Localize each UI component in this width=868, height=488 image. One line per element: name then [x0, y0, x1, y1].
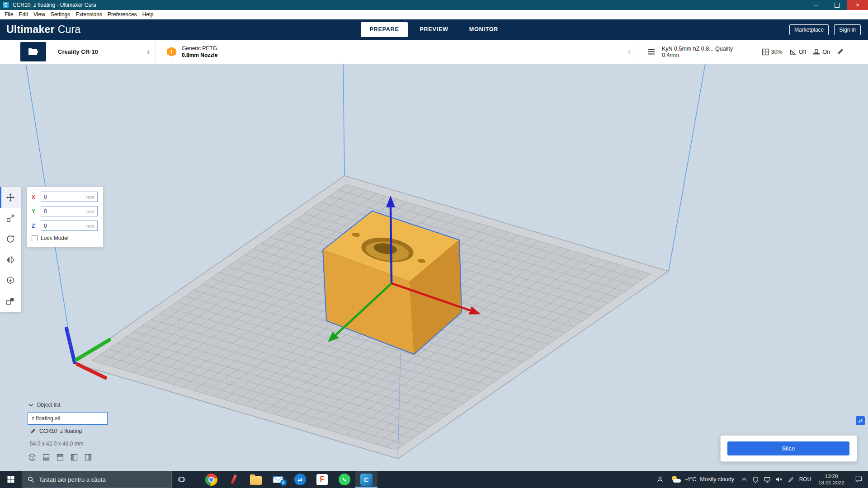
marketplace-button[interactable]: Marketplace [789, 24, 829, 35]
weather-widget[interactable]: -4°C Mostly cloudy [667, 471, 739, 488]
teamviewer-icon: ⇄ [294, 474, 306, 485]
file-explorer-icon [250, 476, 262, 485]
infill-value: 30% [771, 49, 783, 55]
scale-tool-button[interactable] [0, 208, 21, 229]
move-tool-button[interactable] [0, 187, 21, 208]
windows-taskbar: Tastați aici pentru a căuta 6 ⇄ [0, 471, 868, 488]
menu-edit[interactable]: Edit [16, 11, 31, 18]
sign-in-button[interactable]: Sign in [834, 24, 861, 35]
mail-icon: 6 [273, 475, 283, 484]
menu-bar: File Edit View Settings Extensions Prefe… [0, 10, 868, 19]
hidden-icons-button[interactable] [739, 471, 750, 488]
open-file-button[interactable] [20, 42, 46, 61]
y-axis-label: Y [32, 208, 37, 215]
tab-prepare[interactable]: PREPARE [361, 22, 408, 37]
lock-model-label: Lock Model [41, 235, 68, 241]
system-tray: -4°C Mostly cloudy [653, 471, 868, 488]
y-unit-label: mm [86, 209, 94, 214]
language-indicator[interactable]: ROU [797, 471, 814, 488]
clock-time: 13:28 [825, 473, 838, 479]
people-button[interactable] [653, 471, 667, 488]
material-selector[interactable]: ! Generic PETG 0.8mm Nozzle ‹ [155, 40, 638, 64]
start-button[interactable] [0, 471, 22, 488]
viewport-3d[interactable]: X 0 mm Y 0 mm Z 0 mm [0, 64, 868, 471]
chrome-icon [205, 474, 217, 486]
gizmo-z-handle[interactable] [391, 206, 392, 283]
object-list-item[interactable]: z floating.stl [28, 412, 108, 425]
stage-tabs: PREPARE PREVIEW MONITOR [361, 22, 507, 37]
y-position-input[interactable]: 0 mm [41, 206, 98, 216]
chevron-down-icon [28, 404, 33, 407]
action-center-button[interactable] [849, 471, 868, 488]
tab-preview[interactable]: PREVIEW [410, 22, 458, 37]
infill-icon [762, 48, 769, 56]
whatsapp-icon [339, 474, 350, 485]
view-front-button[interactable] [41, 452, 51, 462]
cura-app-icon: C [3, 2, 9, 8]
y-position-value: 0 [44, 208, 47, 215]
support-blocker-icon [5, 296, 15, 306]
printer-selector[interactable]: Creality CR-10 ‹ [46, 40, 155, 64]
view-left-button[interactable] [69, 452, 79, 462]
edit-settings-button[interactable] [837, 48, 844, 55]
pen-tray-button[interactable] [785, 471, 797, 488]
close-icon: × [856, 1, 859, 9]
logo-ultimaker: Ultimaker [6, 23, 55, 36]
red-pen-icon [230, 474, 236, 485]
view-top-icon [56, 453, 64, 461]
network-tray-button[interactable] [761, 471, 773, 488]
menu-view[interactable]: View [31, 11, 48, 18]
slice-button[interactable]: Slice [727, 441, 849, 455]
f-app-taskbar-button[interactable]: F [311, 471, 333, 488]
minimize-button[interactable] [806, 0, 826, 10]
mail-unread-badge: 6 [280, 479, 287, 486]
z-position-input[interactable]: 0 mm [41, 221, 98, 231]
menu-preferences[interactable]: Preferences [105, 11, 140, 18]
rotate-tool-button[interactable] [0, 229, 21, 249]
menu-extensions[interactable]: Extensions [73, 11, 105, 18]
menu-help[interactable]: Help [140, 11, 156, 18]
view-right-button[interactable] [83, 452, 93, 462]
minimize-icon [814, 5, 818, 5]
tab-monitor[interactable]: MONITOR [460, 22, 507, 37]
teamviewer-taskbar-button[interactable]: ⇄ [289, 471, 311, 488]
support-blocker-button[interactable] [0, 291, 21, 312]
object-file-name: z floating.stl [32, 415, 60, 422]
taskbar-apps: 6 ⇄ F C [200, 471, 377, 488]
shield-icon [752, 476, 759, 483]
z-unit-label: mm [86, 223, 94, 229]
chevron-up-icon [741, 478, 747, 481]
cura-taskbar-button[interactable]: C [355, 471, 377, 488]
lock-model-checkbox[interactable] [32, 235, 38, 241]
file-explorer-taskbar-button[interactable] [245, 471, 267, 488]
taskbar-search[interactable]: Tastați aici pentru a căuta [22, 471, 172, 488]
menu-file[interactable]: File [2, 11, 16, 18]
whatsapp-taskbar-button[interactable] [333, 471, 355, 488]
rename-pencil-icon[interactable] [30, 428, 36, 434]
chrome-taskbar-button[interactable] [200, 471, 222, 488]
app-header: Ultimaker Cura PREPARE PREVIEW MONITOR M… [0, 19, 868, 40]
red-app-taskbar-button[interactable] [222, 471, 245, 488]
tool-strip [0, 187, 21, 312]
maximize-button[interactable] [826, 0, 847, 10]
x-position-input[interactable]: 0 mm [41, 192, 98, 202]
mail-taskbar-button[interactable]: 6 [267, 471, 289, 488]
print-settings-selector[interactable]: KyN 0.5mm hZ 0,8... Quality - 0.4mm 30% … [638, 40, 868, 64]
open-folder-icon [28, 47, 39, 56]
security-tray-button[interactable] [750, 471, 761, 488]
config-toolbar: Creality CR-10 ‹ ! Generic PETG 0.8mm No… [0, 40, 868, 64]
view-3d-button[interactable] [27, 452, 37, 462]
view-top-button[interactable] [55, 452, 65, 462]
sync-icon[interactable]: ⇄ [856, 416, 865, 425]
mirror-tool-button[interactable] [0, 249, 21, 270]
taskbar-clock[interactable]: 13:28 13.01.2022 [814, 471, 849, 488]
task-view-button[interactable] [172, 471, 192, 488]
view-front-icon [42, 453, 50, 461]
per-model-settings-button[interactable] [0, 270, 21, 291]
weather-description: Mostly cloudy [700, 476, 734, 483]
action-center-icon [855, 476, 863, 483]
object-list-toggle[interactable]: Object list [28, 402, 61, 408]
close-button[interactable]: × [847, 0, 868, 10]
volume-tray-button[interactable] [773, 471, 785, 488]
menu-settings[interactable]: Settings [48, 11, 73, 18]
